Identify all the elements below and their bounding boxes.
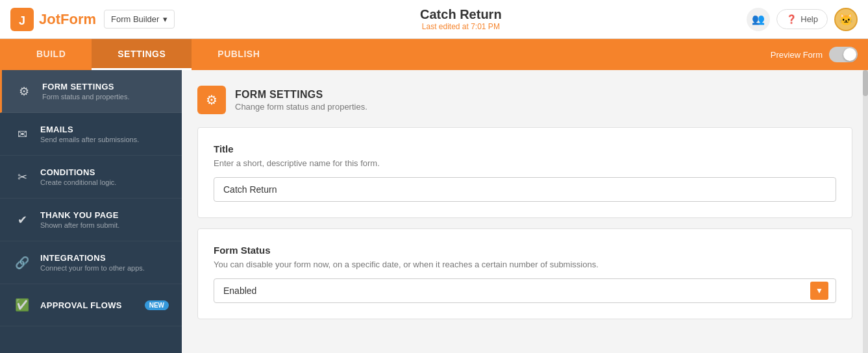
team-icon-button[interactable]: 👥 — [747, 8, 770, 31]
preview-form-toggle[interactable] — [829, 47, 858, 62]
status-card: Form Status You can disable your form no… — [197, 228, 852, 319]
form-builder-button[interactable]: Form Builder ▾ — [104, 10, 175, 29]
nav-tabs: BUILD SETTINGS PUBLISH Preview Form — [0, 39, 868, 70]
sidebar-text-conditions: CONDITIONS Create conditional logic. — [40, 167, 116, 186]
header-center: Catch Return Last edited at 7:01 PM — [175, 7, 747, 31]
sidebar-title-approval-flows: APPROVAL FLOWS — [40, 300, 122, 310]
help-label: Help — [800, 14, 818, 24]
form-title-input[interactable] — [214, 177, 836, 202]
sidebar: ⚙ FORM SETTINGS Form status and properti… — [0, 70, 182, 353]
sidebar-item-emails[interactable]: ✉ EMAILS Send emails after submissions. — [0, 113, 182, 156]
header-right: 👥 ❓ Help 🐱 — [747, 8, 858, 31]
check-circle-icon: ✔ — [13, 211, 31, 229]
sidebar-subtitle-thank-you: Shown after form submit. — [40, 221, 119, 229]
status-field-desc: You can disable your form now, on a spec… — [214, 260, 836, 269]
sidebar-subtitle-conditions: Create conditional logic. — [40, 178, 116, 186]
title-field-label: Title — [214, 143, 836, 154]
sidebar-text-approval-flows: APPROVAL FLOWS — [40, 300, 122, 310]
last-edited-text: Last edited at 7:01 PM — [175, 22, 747, 31]
tab-publish[interactable]: PUBLISH — [192, 39, 286, 70]
scrollbar-track[interactable] — [863, 70, 868, 353]
title-field-desc: Enter a short, descriptive name for this… — [214, 158, 836, 168]
approval-icon: ✅ — [13, 296, 31, 314]
sidebar-text-emails: EMAILS Send emails after submissions. — [40, 125, 139, 143]
tab-settings[interactable]: SETTINGS — [92, 39, 192, 70]
section-title: FORM SETTINGS — [235, 89, 367, 101]
form-title: Catch Return — [175, 7, 747, 22]
sidebar-subtitle-form-settings: Form status and properties. — [42, 93, 130, 101]
sidebar-subtitle-integrations: Connect your form to other apps. — [40, 264, 145, 272]
content-area: ⚙ FORM SETTINGS Change form status and p… — [182, 70, 868, 353]
section-desc: Change form status and properties. — [235, 102, 367, 112]
sidebar-item-form-settings[interactable]: ⚙ FORM SETTINGS Form status and properti… — [0, 70, 182, 113]
scrollbar-thumb[interactable] — [863, 70, 868, 96]
section-header: ⚙ FORM SETTINGS Change form status and p… — [197, 86, 852, 114]
badge-new: NEW — [145, 300, 169, 310]
team-icon: 👥 — [752, 13, 765, 25]
sidebar-item-integrations[interactable]: 🔗 INTEGRATIONS Connect your form to othe… — [0, 241, 182, 284]
chevron-down-icon: ▾ — [163, 14, 167, 24]
sidebar-item-conditions[interactable]: ✂ CONDITIONS Create conditional logic. — [0, 156, 182, 199]
preview-form-area: Preview Form — [771, 47, 858, 62]
sidebar-title-form-settings: FORM SETTINGS — [42, 82, 130, 91]
form-builder-label: Form Builder — [111, 14, 159, 24]
title-card: Title Enter a short, descriptive name fo… — [197, 127, 852, 218]
logo-text: JotForm — [39, 11, 96, 28]
svg-text:J: J — [19, 14, 25, 27]
status-select[interactable]: Enabled Disabled — [214, 278, 836, 303]
logo-area: J JotForm — [10, 8, 96, 31]
section-header-text: FORM SETTINGS Change form status and pro… — [235, 89, 367, 112]
top-header: J JotForm Form Builder ▾ Catch Return La… — [0, 0, 868, 39]
toggle-knob — [843, 48, 856, 61]
status-select-wrapper: Enabled Disabled ▼ — [214, 278, 836, 303]
section-icon-box: ⚙ — [197, 86, 226, 114]
preview-form-label: Preview Form — [771, 50, 823, 60]
sidebar-text-thank-you: THANK YOU PAGE Shown after form submit. — [40, 210, 119, 229]
tab-build[interactable]: BUILD — [10, 39, 92, 70]
jotform-logo-icon: J — [10, 8, 34, 31]
avatar[interactable]: 🐱 — [834, 8, 858, 31]
sidebar-item-approval-flows[interactable]: ✅ APPROVAL FLOWS NEW — [0, 284, 182, 326]
email-icon: ✉ — [13, 125, 31, 143]
status-field-label: Form Status — [214, 245, 836, 256]
sidebar-title-thank-you: THANK YOU PAGE — [40, 210, 119, 220]
main-layout: ⚙ FORM SETTINGS Form status and properti… — [0, 70, 868, 353]
sidebar-subtitle-emails: Send emails after submissions. — [40, 136, 139, 143]
sidebar-text-form-settings: FORM SETTINGS Form status and properties… — [42, 82, 130, 101]
sidebar-title-emails: EMAILS — [40, 125, 139, 134]
link-icon: 🔗 — [13, 254, 31, 272]
section-gear-icon: ⚙ — [206, 92, 217, 108]
sidebar-text-integrations: INTEGRATIONS Connect your form to other … — [40, 253, 145, 272]
conditions-icon: ✂ — [13, 168, 31, 186]
help-icon: ❓ — [786, 14, 797, 24]
sidebar-title-conditions: CONDITIONS — [40, 167, 116, 177]
sidebar-title-integrations: INTEGRATIONS — [40, 253, 145, 263]
gear-icon: ⚙ — [15, 82, 33, 101]
help-button[interactable]: ❓ Help — [776, 9, 828, 29]
sidebar-item-thank-you-page[interactable]: ✔ THANK YOU PAGE Shown after form submit… — [0, 199, 182, 241]
